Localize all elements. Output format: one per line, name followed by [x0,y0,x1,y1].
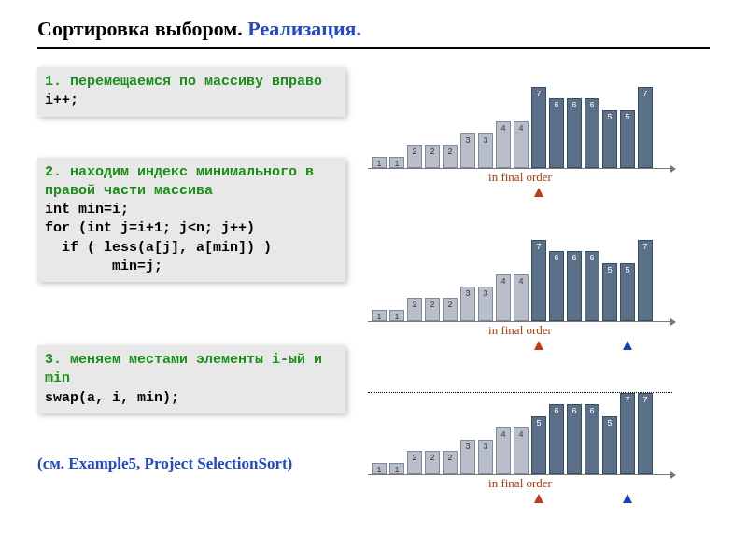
bar: 6 [567,404,582,474]
bar: 6 [585,98,599,168]
bar: 3 [460,133,475,169]
bar: 5 [602,110,617,169]
bar: 1 [389,310,404,322]
bar: 3 [478,133,493,169]
step-1-box: 1. перемещаемся по массиву вправо i++; [37,67,345,117]
bar: 5 [620,110,635,169]
chart-caption: in final order [366,323,674,338]
step-3-desc: 3. меняем местами элементы i-ый и min [45,351,338,389]
bar: 3 [478,287,493,322]
bar: 6 [567,251,582,321]
bar: 3 [460,287,475,322]
bar: 6 [549,251,564,321]
chart-2: 1122233447666557in final order [366,220,674,351]
bar: 3 [460,440,475,475]
bar: 5 [602,263,617,322]
bar: 4 [514,121,529,168]
step-3-code: swap(a, i, min); [45,389,338,408]
pointer-min-icon [623,341,632,350]
bar: 4 [496,274,511,321]
step-1-desc: 1. перемещаемся по массиву вправо [45,73,338,91]
steps-column: 1. перемещаемся по массиву вправо i++; 2… [37,67,345,504]
bar: 4 [514,274,529,321]
bar: 1 [372,157,387,169]
pointer-min-icon [623,494,632,503]
bar: 5 [602,416,617,475]
bar: 3 [478,440,493,475]
title-blue: Реализация. [247,17,361,40]
bar: 4 [496,121,511,168]
pointer-i-icon [534,341,543,350]
bar: 1 [372,463,387,475]
bar: 4 [496,427,511,474]
title-black: Сортировка выбором. [37,17,247,40]
bar: 7 [531,87,546,169]
bar: 7 [638,240,653,322]
bar: 2 [407,298,422,321]
bar: 4 [514,427,529,474]
bar: 2 [425,145,440,168]
pointer-i-icon [534,494,543,503]
bar: 2 [425,451,440,474]
bar: 7 [620,393,635,475]
pointer-i-icon [534,188,543,197]
charts-column: 1122233447666557in final order 112223344… [366,67,674,504]
bar: 2 [425,298,440,321]
bar: 6 [567,98,582,168]
bar: 2 [443,451,458,474]
chart-1: 1122233447666557in final order [366,67,674,198]
bar: 1 [372,310,387,322]
bar: 6 [549,98,564,168]
bar: 2 [443,145,458,168]
bar: 1 [389,463,404,475]
chart-3: 1122233445666577in final order [366,373,674,504]
chart-caption: in final order [366,476,674,491]
bar: 7 [531,240,546,322]
footnote: (см. Example5, Project SelectionSort) [37,455,345,473]
step-2-desc: 2. находим индекс минимального в правой … [45,163,338,202]
bar: 5 [620,263,635,322]
step-3-box: 3. меняем местами элементы i-ый и min sw… [37,345,345,413]
bar: 6 [549,404,564,474]
swap-line [368,392,672,393]
bar: 1 [389,157,404,169]
step-1-code: i++; [45,91,338,110]
bar: 6 [585,404,599,474]
bar: 7 [638,393,653,475]
step-2-box: 2. находим индекс минимального в правой … [37,158,345,283]
bar: 6 [585,251,599,321]
step-2-code: int min=i; for (int j=i+1; j<n; j++) if … [45,201,338,276]
bar: 7 [638,87,653,169]
chart-caption: in final order [366,170,674,185]
bar: 2 [407,451,422,474]
bar: 5 [531,416,546,475]
slide-title: Сортировка выбором. Реализация. [37,17,710,49]
bar: 2 [443,298,458,321]
bar: 2 [407,145,422,168]
